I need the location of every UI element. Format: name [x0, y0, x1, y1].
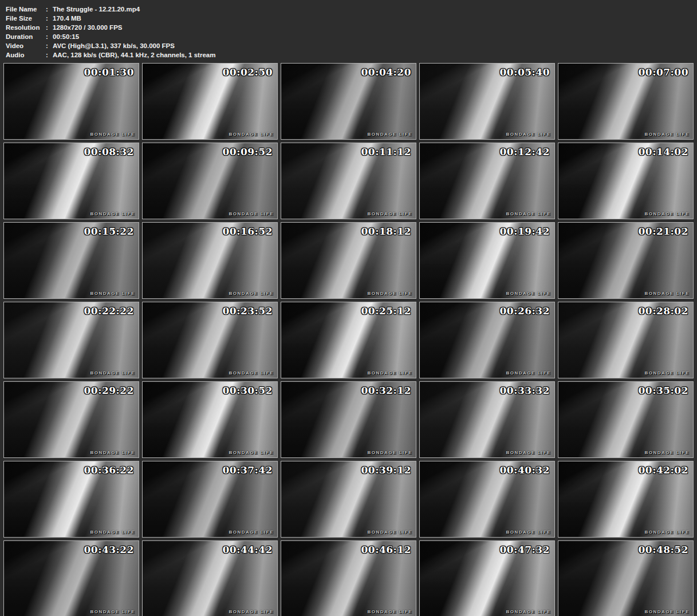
watermark-label: BONDAGE LIFE [229, 530, 274, 535]
thumbnail-cell: 00:11:12BONDAGE LIFE [281, 143, 416, 219]
thumbnail-cell: 00:18:12BONDAGE LIFE [281, 222, 416, 299]
file-info-value: 170.4 MB [53, 14, 697, 23]
thumbnail-cell: 00:40:32BONDAGE LIFE [419, 461, 555, 538]
thumbnail-cell: 00:46:12BONDAGE LIFE [281, 540, 416, 616]
timestamp-label: 00:29:22 [84, 385, 134, 396]
file-info-row: Video:AVC (High@L3.1), 337 kb/s, 30.000 … [6, 41, 697, 50]
thumbnail-cell: 00:30:52BONDAGE LIFE [142, 381, 278, 458]
watermark-label: BONDAGE LIFE [506, 291, 551, 296]
thumbnail-cell: 00:16:52BONDAGE LIFE [142, 222, 278, 299]
timestamp-label: 00:23:52 [222, 305, 273, 317]
thumbnail-cell: 00:43:22BONDAGE LIFE [3, 540, 139, 616]
timestamp-label: 00:22:22 [84, 305, 134, 317]
file-info-value: AAC, 128 kb/s (CBR), 44.1 kHz, 2 channel… [53, 50, 697, 60]
thumbnail-cell: 00:39:12BONDAGE LIFE [281, 461, 416, 538]
timestamp-label: 00:21:02 [638, 226, 688, 237]
timestamp-label: 00:19:42 [499, 226, 550, 237]
watermark-label: BONDAGE LIFE [90, 132, 135, 137]
watermark-label: BONDAGE LIFE [90, 211, 135, 216]
watermark-label: BONDAGE LIFE [506, 450, 551, 455]
watermark-label: BONDAGE LIFE [645, 609, 690, 614]
file-info-value: 1280x720 / 30.000 FPS [53, 23, 697, 32]
timestamp-label: 00:26:32 [499, 305, 550, 317]
watermark-label: BONDAGE LIFE [229, 609, 274, 614]
watermark-label: BONDAGE LIFE [645, 132, 690, 137]
watermark-label: BONDAGE LIFE [645, 211, 690, 216]
thumbnail-cell: 00:07:00BONDAGE LIFE [558, 63, 694, 140]
timestamp-label: 00:08:32 [84, 146, 134, 157]
file-info-separator: : [46, 50, 53, 60]
timestamp-label: 00:43:22 [84, 544, 134, 555]
file-info-label: Resolution [6, 23, 46, 32]
thumbnail-cell: 00:08:32BONDAGE LIFE [3, 143, 139, 219]
file-info-label: Duration [6, 32, 46, 41]
file-info-label: Video [6, 41, 46, 50]
thumbnail-grid: 00:01:30BONDAGE LIFE00:02:50BONDAGE LIFE… [0, 60, 697, 616]
timestamp-label: 00:44:42 [222, 544, 273, 555]
file-info-row: Resolution:1280x720 / 30.000 FPS [6, 23, 697, 32]
file-info-row: File Name:The Struggle - 12.21.20.mp4 [6, 5, 697, 14]
timestamp-label: 00:04:20 [361, 66, 411, 78]
file-info-label: File Name [6, 5, 46, 14]
file-info-separator: : [46, 41, 53, 50]
watermark-label: BONDAGE LIFE [645, 530, 690, 535]
thumbnail-cell: 00:05:40BONDAGE LIFE [419, 63, 555, 140]
file-info-row: Duration:00:50:15 [6, 32, 697, 41]
timestamp-label: 00:40:32 [499, 464, 550, 476]
thumbnail-cell: 00:48:52BONDAGE LIFE [558, 540, 694, 616]
watermark-label: BONDAGE LIFE [229, 211, 274, 216]
thumbnail-cell: 00:47:32BONDAGE LIFE [419, 540, 555, 616]
thumbnail-cell: 00:44:42BONDAGE LIFE [142, 540, 278, 616]
watermark-label: BONDAGE LIFE [90, 450, 135, 455]
timestamp-label: 00:14:02 [638, 146, 688, 157]
watermark-label: BONDAGE LIFE [368, 211, 412, 216]
watermark-label: BONDAGE LIFE [90, 609, 135, 614]
thumbnail-cell: 00:12:42BONDAGE LIFE [419, 143, 555, 219]
thumbnail-cell: 00:42:02BONDAGE LIFE [558, 461, 694, 538]
thumbnail-cell: 00:36:22BONDAGE LIFE [3, 461, 139, 538]
timestamp-label: 00:42:02 [638, 464, 688, 476]
thumbnail-cell: 00:09:52BONDAGE LIFE [142, 143, 278, 219]
watermark-label: BONDAGE LIFE [645, 291, 690, 296]
file-info-separator: : [46, 14, 53, 23]
watermark-label: BONDAGE LIFE [368, 370, 412, 376]
thumbnail-cell: 00:02:50BONDAGE LIFE [142, 63, 278, 140]
watermark-label: BONDAGE LIFE [368, 450, 412, 455]
thumbnail-cell: 00:15:22BONDAGE LIFE [3, 222, 139, 299]
file-info-value: The Struggle - 12.21.20.mp4 [53, 5, 697, 14]
watermark-label: BONDAGE LIFE [368, 609, 412, 614]
watermark-label: BONDAGE LIFE [229, 132, 274, 137]
watermark-label: BONDAGE LIFE [368, 132, 412, 137]
thumbnail-cell: 00:26:32BONDAGE LIFE [419, 302, 555, 378]
timestamp-label: 00:11:12 [361, 146, 411, 157]
thumbnail-cell: 00:35:02BONDAGE LIFE [558, 381, 694, 458]
file-info-label: Audio [6, 50, 46, 60]
timestamp-label: 00:12:42 [499, 146, 550, 157]
thumbnail-cell: 00:25:12BONDAGE LIFE [281, 302, 416, 378]
watermark-label: BONDAGE LIFE [90, 291, 135, 296]
watermark-label: BONDAGE LIFE [506, 530, 551, 535]
watermark-label: BONDAGE LIFE [506, 609, 551, 614]
thumbnail-cell: 00:04:20BONDAGE LIFE [281, 63, 416, 140]
file-info-separator: : [46, 23, 53, 32]
watermark-label: BONDAGE LIFE [645, 450, 690, 455]
watermark-label: BONDAGE LIFE [506, 370, 551, 376]
timestamp-label: 00:01:30 [84, 66, 134, 78]
file-info-row: File Size:170.4 MB [6, 14, 697, 23]
thumbnail-cell: 00:22:22BONDAGE LIFE [3, 302, 139, 378]
thumbnail-cell: 00:33:32BONDAGE LIFE [419, 381, 555, 458]
thumbnail-cell: 00:01:30BONDAGE LIFE [3, 63, 139, 140]
file-info-header: File Name:The Struggle - 12.21.20.mp4Fil… [0, 0, 697, 60]
file-info-separator: : [46, 5, 53, 14]
file-info-value: AVC (High@L3.1), 337 kb/s, 30.000 FPS [53, 41, 697, 50]
thumbnail-cell: 00:37:42BONDAGE LIFE [142, 461, 278, 538]
timestamp-label: 00:36:22 [84, 464, 134, 476]
timestamp-label: 00:05:40 [499, 66, 550, 78]
file-info-row: Audio:AAC, 128 kb/s (CBR), 44.1 kHz, 2 c… [6, 50, 697, 60]
timestamp-label: 00:16:52 [222, 226, 273, 237]
watermark-label: BONDAGE LIFE [90, 370, 135, 376]
watermark-label: BONDAGE LIFE [645, 370, 690, 376]
file-info-value: 00:50:15 [53, 32, 697, 41]
watermark-label: BONDAGE LIFE [368, 530, 412, 535]
timestamp-label: 00:15:22 [84, 226, 134, 237]
